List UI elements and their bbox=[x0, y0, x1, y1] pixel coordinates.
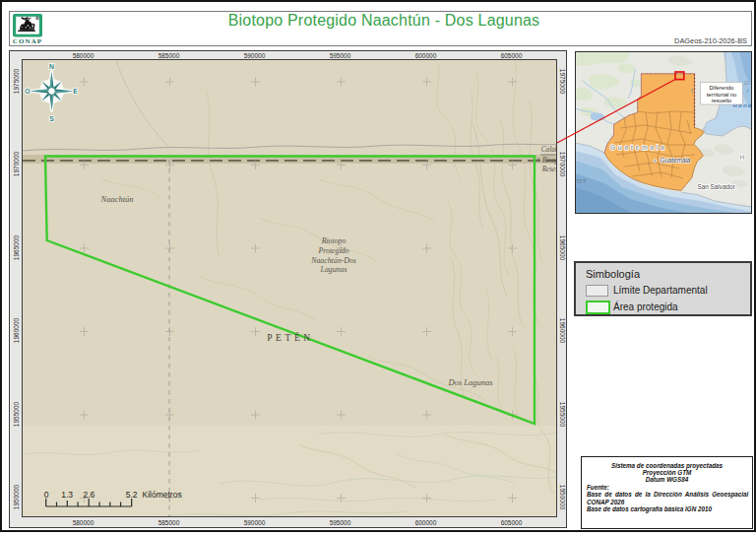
svg-text:2.6: 2.6 bbox=[83, 490, 94, 500]
svg-text:Kilómetros: Kilómetros bbox=[143, 490, 182, 500]
svg-text:0: 0 bbox=[44, 490, 49, 500]
svg-text:72T: 72T bbox=[576, 178, 588, 184]
svg-text:Guatemala: Guatemala bbox=[661, 157, 691, 164]
svg-text:Biosp: Biosp bbox=[542, 157, 557, 165]
svg-text:S: S bbox=[49, 115, 54, 122]
svg-text:O: O bbox=[25, 88, 30, 95]
svg-text:PETÉN: PETÉN bbox=[267, 332, 314, 343]
svg-text:N: N bbox=[49, 63, 54, 70]
svg-text:resuelto: resuelto bbox=[712, 98, 732, 103]
svg-text:territorial no: territorial no bbox=[707, 92, 737, 98]
svg-text:E: E bbox=[73, 88, 78, 95]
svg-text:H o: H o bbox=[740, 154, 753, 161]
svg-text:Diferendo: Diferendo bbox=[709, 85, 733, 91]
svg-text:R: R bbox=[36, 17, 38, 21]
svg-text:Dos Lagunas: Dos Lagunas bbox=[447, 377, 493, 387]
svg-text:Guatemala: Guatemala bbox=[610, 144, 667, 151]
svg-text:Calak: Calak bbox=[541, 146, 557, 154]
svg-text:1.3: 1.3 bbox=[61, 490, 73, 500]
svg-text:Biotopo: Biotopo bbox=[322, 236, 346, 245]
svg-text:5.2: 5.2 bbox=[126, 490, 138, 500]
svg-text:Lagunas: Lagunas bbox=[320, 265, 347, 274]
svg-text:G: G bbox=[744, 80, 749, 86]
svg-text:Naachtún-Dos: Naachtún-Dos bbox=[310, 256, 355, 265]
svg-text:Naachtún: Naachtún bbox=[99, 194, 133, 204]
svg-text:San Salvador: San Salvador bbox=[697, 183, 735, 190]
svg-text:Reser: Reser bbox=[541, 166, 557, 173]
svg-text:Protegido: Protegido bbox=[318, 246, 349, 255]
